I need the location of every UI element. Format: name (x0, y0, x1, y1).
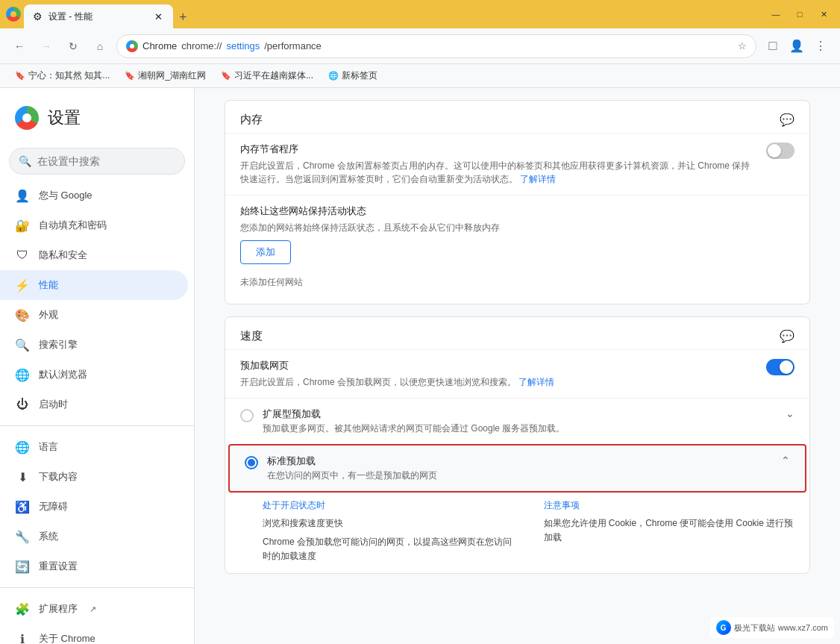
memory-learn-more-link[interactable]: 了解详情 (520, 174, 556, 184)
extended-chevron[interactable]: ⌄ (786, 407, 794, 419)
home-button[interactable]: ⌂ (90, 36, 110, 57)
language-icon: 🌐 (15, 440, 30, 454)
forward-button[interactable]: → (36, 36, 57, 57)
sidebar-item-reset[interactable]: 🔄 重置设置 (0, 551, 188, 581)
sidebar-item-download[interactable]: ⬇ 下载内容 (0, 462, 188, 492)
expand-columns: 处于开启状态时 浏览和搜索速度更快 Chrome 会预加载您可能访问的网页，以提… (263, 499, 794, 564)
keep-active-row: 始终让这些网站保持活动状态 您添加的网站将始终保持活跃状态，且系统不会从它们中释… (225, 195, 809, 304)
memory-section-title: 内存 (240, 113, 263, 127)
settings-search-input[interactable] (37, 155, 175, 167)
title-bar: ⚙ 设置 - 性能 ✕ + — □ ✕ (0, 0, 840, 28)
standard-option: 标准预加载 在您访问的网页中，有一些是预加载的网页 ⌃ (228, 444, 806, 493)
empty-sites-text: 未添加任何网站 (240, 270, 780, 295)
keep-active-text: 始终让这些网站保持活动状态 您添加的网站将始终保持活跃状态，且系统不会从它们中释… (240, 204, 780, 295)
preload-learn-more-link[interactable]: 了解详情 (518, 377, 554, 387)
memory-feedback-icon[interactable]: 💬 (780, 113, 794, 127)
memory-toggle-row: 内存节省程序 开启此设置后，Chrome 会放闲置标签页占用的内存。这可以使用中… (225, 133, 809, 195)
memory-toggle-text: 内存节省程序 开启此设置后，Chrome 会放闲置标签页占用的内存。这可以使用中… (240, 143, 751, 186)
col2-title: 注意事项 (544, 499, 795, 512)
sidebar-item-performance[interactable]: ⚡ 性能 (0, 270, 188, 300)
bookmark-2[interactable]: 🔖 习近平在越南媒体... (215, 68, 319, 84)
sidebar-item-language[interactable]: 🌐 语言 (0, 432, 188, 462)
content-area: 内存 💬 内存节省程序 开启此设置后，Chrome 会放闲置标签页占用的内存。这… (194, 88, 840, 644)
url-highlight: settings (226, 40, 260, 51)
bookmark-star-icon[interactable]: ☆ (738, 40, 747, 51)
close-window-button[interactable]: ✕ (813, 7, 834, 22)
standard-label: 标准预加载 (267, 454, 772, 468)
chrome-icon (6, 7, 21, 22)
url-text: chrome:// (181, 40, 222, 51)
minimize-button[interactable]: — (765, 7, 786, 22)
sidebar-item-google[interactable]: 👤 您与 Google (0, 181, 188, 210)
settings-search-box[interactable]: 🔍 (9, 148, 185, 175)
sidebar-item-google-label: 您与 Google (39, 189, 93, 202)
memory-toggle-desc: 开启此设置后，Chrome 会放闲置标签页占用的内存。这可以使用中的标签页和其他… (240, 159, 751, 186)
autofill-icon: 🔐 (15, 218, 30, 233)
maximize-button[interactable]: □ (789, 7, 810, 22)
extensions-icon[interactable]: □ (762, 36, 783, 57)
extended-option: 扩展型预加载 预加载更多网页。被其他网站请求的网页可能会通过 Google 服务… (225, 398, 809, 444)
sidebar-item-system[interactable]: 🔧 系统 (0, 522, 188, 551)
speed-section-header: 速度 💬 (225, 317, 809, 349)
back-button[interactable]: ← (9, 36, 30, 57)
extended-radio[interactable] (240, 409, 254, 422)
sidebar-item-performance-label: 性能 (39, 278, 58, 292)
site-icon (126, 40, 138, 52)
sidebar-item-privacy[interactable]: 🛡 隐私和安全 (0, 240, 188, 270)
sidebar-item-accessibility[interactable]: ♿ 无障碍 (0, 492, 188, 522)
new-tab-button[interactable]: + (173, 7, 193, 28)
sidebar-item-autofill[interactable]: 🔐 自动填充和密码 (0, 210, 188, 240)
profile-icon[interactable]: 👤 (786, 36, 807, 57)
standard-chevron[interactable]: ⌃ (781, 454, 790, 466)
url-bar[interactable]: Chrome chrome:// settings /performance ☆ (116, 34, 756, 58)
standard-expanded-details: 处于开启状态时 浏览和搜索速度更快 Chrome 会预加载您可能访问的网页，以提… (225, 493, 809, 573)
bookmark-1[interactable]: 🔖 湘朝网_湖南红网 (119, 68, 212, 84)
tab-title: 设置 - 性能 (48, 10, 146, 23)
tab-favicon: ⚙ (33, 10, 43, 22)
preload-row: 预加载网页 开启此设置后，Chrome 会预加载网页，以便您更快速地浏览和搜索。… (225, 349, 809, 398)
standard-radio[interactable] (245, 456, 258, 469)
bookmark-label-1: 湘朝网_湖南红网 (138, 69, 206, 82)
sidebar-item-download-label: 下载内容 (39, 470, 78, 484)
system-icon: 🔧 (15, 529, 30, 544)
sidebar-item-startup[interactable]: ⏻ 启动时 (0, 390, 188, 419)
download-icon: ⬇ (15, 469, 30, 484)
watermark-text: 极光下载站 (734, 622, 775, 634)
sidebar-item-search[interactable]: 🔍 搜索引擎 (0, 330, 188, 360)
reset-icon: 🔄 (15, 559, 30, 574)
bookmark-icon-2: 🔖 (221, 71, 231, 81)
toolbar-icons: □ 👤 ⋮ (762, 36, 831, 57)
google-icon: 👤 (15, 188, 30, 203)
extended-text: 扩展型预加载 预加载更多网页。被其他网站请求的网页可能会通过 Google 服务… (263, 407, 777, 435)
extended-label: 扩展型预加载 (263, 407, 777, 421)
preload-text: 预加载网页 开启此设置后，Chrome 会预加载网页，以便您更快速地浏览和搜索。… (240, 359, 751, 389)
speed-feedback-icon[interactable]: 💬 (780, 329, 794, 343)
external-link-icon: ↗ (90, 604, 96, 614)
sidebar-item-accessibility-label: 无障碍 (39, 500, 68, 513)
sidebar-item-browser[interactable]: 🌐 默认浏览器 (0, 360, 188, 390)
performance-icon: ⚡ (15, 278, 30, 293)
sidebar-item-reset-label: 重置设置 (39, 560, 78, 573)
bookmark-label-3: 新标签页 (342, 69, 377, 82)
sidebar-item-appearance[interactable]: 🎨 外观 (0, 300, 188, 330)
memory-toggle[interactable] (766, 143, 794, 159)
reload-button[interactable]: ↻ (63, 36, 84, 57)
standard-text: 标准预加载 在您访问的网页中，有一些是预加载的网页 (267, 454, 772, 482)
bookmark-3[interactable]: 🌐 新标签页 (322, 68, 383, 84)
sidebar-item-about[interactable]: ℹ 关于 Chrome (0, 624, 188, 644)
bookmark-0[interactable]: 🔖 宁心：知其然 知其... (9, 68, 116, 84)
bookmark-label-0: 宁心：知其然 知其... (28, 69, 110, 82)
sidebar: 设置 🔍 👤 您与 Google 🔐 自动填充和密码 🛡 隐私和安全 ⚡ 性能 (0, 88, 194, 644)
sidebar-item-language-label: 语言 (39, 440, 58, 454)
add-site-button[interactable]: 添加 (240, 240, 291, 264)
tab-close-button[interactable]: ✕ (152, 10, 164, 22)
preload-label: 预加载网页 (240, 359, 751, 372)
bookmarks-bar: 🔖 宁心：知其然 知其... 🔖 湘朝网_湖南红网 🔖 习近平在越南媒体... … (0, 64, 840, 88)
menu-icon[interactable]: ⋮ (810, 36, 831, 57)
preload-toggle[interactable] (766, 359, 794, 375)
sidebar-item-about-label: 关于 Chrome (39, 632, 95, 644)
sidebar-item-extensions[interactable]: 🧩 扩展程序 ↗ (0, 594, 188, 624)
keep-active-desc: 您添加的网站将始终保持活跃状态，且系统不会从它们中释放内存 (240, 221, 780, 234)
bookmark-label-2: 习近平在越南媒体... (234, 69, 313, 82)
active-tab[interactable]: ⚙ 设置 - 性能 ✕ (24, 4, 173, 28)
